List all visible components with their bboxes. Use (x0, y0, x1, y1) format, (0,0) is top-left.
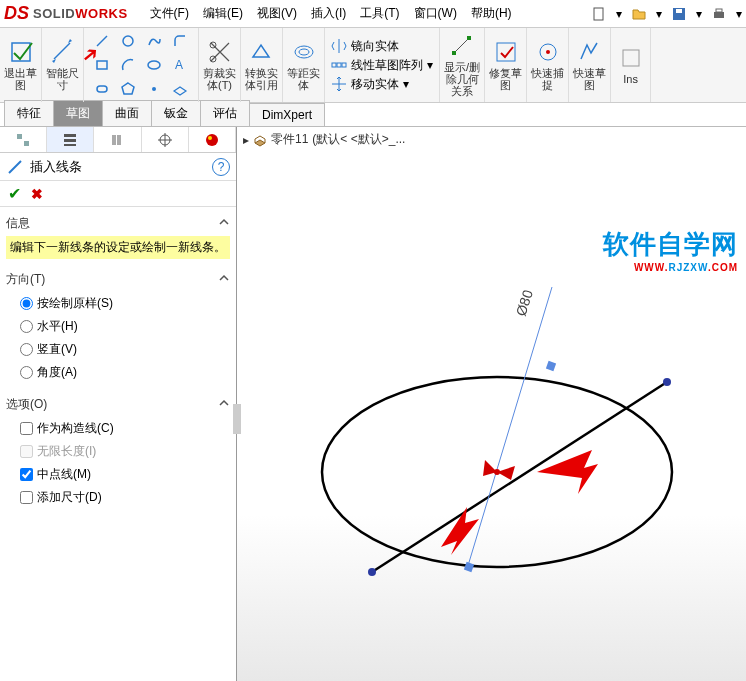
svg-rect-4 (716, 9, 722, 12)
fillet-tool-button[interactable] (168, 30, 192, 52)
tab-sketch[interactable]: 草图 (53, 100, 103, 126)
menu-window[interactable]: 窗口(W) (408, 1, 463, 26)
ellipse-tool-button[interactable] (142, 54, 166, 76)
circle-tool-button[interactable] (116, 30, 140, 52)
line-icon (6, 158, 24, 176)
dropdown-icon[interactable]: ▾ (403, 77, 409, 91)
instant-button[interactable]: Ins (611, 28, 651, 102)
dropdown-icon[interactable]: ▾ (616, 7, 622, 21)
svg-rect-33 (117, 135, 121, 145)
svg-rect-3 (714, 12, 724, 18)
menu-edit[interactable]: 编辑(E) (197, 1, 249, 26)
svg-point-25 (546, 50, 550, 54)
polygon-tool-button[interactable] (116, 78, 140, 100)
ok-button[interactable]: ✔ (8, 184, 21, 203)
radio-vertical[interactable]: 竖直(V) (20, 338, 230, 361)
svg-rect-21 (452, 51, 456, 55)
dropdown-icon[interactable]: ▾ (696, 7, 702, 21)
chevron-up-icon (218, 216, 230, 231)
dim-handle[interactable] (546, 361, 556, 371)
tab-feature[interactable]: 特征 (4, 100, 54, 126)
radio-horizontal[interactable]: 水平(H) (20, 315, 230, 338)
print-button[interactable] (708, 3, 730, 25)
dim-handle[interactable] (464, 562, 474, 572)
display-relations-button[interactable]: 显示/删 除几何 关系 (440, 28, 485, 102)
panel-tab-config[interactable] (94, 127, 141, 152)
help-button[interactable]: ? (212, 158, 230, 176)
svg-marker-12 (122, 83, 134, 94)
plane-tool-button[interactable] (168, 78, 192, 100)
dimension-text[interactable]: Ø80 (513, 288, 536, 318)
svg-line-6 (97, 36, 107, 46)
checkbox-midpoint[interactable]: 中点线(M) (20, 463, 230, 486)
save-button[interactable] (668, 3, 690, 25)
svg-line-39 (9, 161, 21, 173)
radio-as-sketched[interactable]: 按绘制原样(S) (20, 292, 230, 315)
point-tool-button[interactable] (142, 78, 166, 100)
dropdown-icon[interactable]: ▾ (656, 7, 662, 21)
svg-rect-28 (24, 141, 29, 146)
panel-tab-appearance[interactable] (189, 127, 236, 152)
direction-section-header[interactable]: 方向(T) (6, 267, 230, 292)
menu-search-icon[interactable] (520, 1, 532, 26)
linear-pattern-button[interactable]: 线性草图阵列 ▾ (331, 57, 433, 74)
quick-snap-button[interactable]: 快速捕 捉 (527, 28, 569, 102)
tab-dimxpert[interactable]: DimXpert (249, 103, 325, 126)
tab-evaluate[interactable]: 评估 (200, 100, 250, 126)
radio-angle[interactable]: 角度(A) (20, 361, 230, 384)
panel-tab-dimxpert[interactable] (142, 127, 189, 152)
dropdown-icon[interactable]: ▾ (736, 7, 742, 21)
dropdown-icon[interactable]: ▾ (427, 58, 433, 72)
panel-tab-property-manager[interactable] (47, 127, 94, 152)
pattern-group: 镜向实体 线性草图阵列 ▾ 移动实体 ▾ (325, 28, 440, 102)
repair-sketch-button[interactable]: 修复草 图 (485, 28, 527, 102)
offset-entities-button[interactable]: 等距实 体 (283, 28, 325, 102)
line-endpoint[interactable] (663, 378, 671, 386)
menu-view[interactable]: 视图(V) (251, 1, 303, 26)
dimension-line[interactable] (467, 287, 552, 569)
spline-tool-button[interactable] (142, 30, 166, 52)
ok-cancel-bar: ✔ ✖ (0, 181, 236, 207)
svg-rect-23 (497, 43, 515, 61)
text-tool-button[interactable]: A (168, 54, 192, 76)
menu-tools[interactable]: 工具(T) (354, 1, 405, 26)
svg-point-17 (299, 49, 309, 55)
tab-surface[interactable]: 曲面 (102, 100, 152, 126)
line-endpoint[interactable] (368, 568, 376, 576)
menu-file[interactable]: 文件(F) (144, 1, 195, 26)
open-doc-button[interactable] (628, 3, 650, 25)
tab-sheetmetal[interactable]: 钣金 (151, 100, 201, 126)
trim-entities-button[interactable]: 剪裁实 体(T) (199, 28, 241, 102)
menu-help[interactable]: 帮助(H) (465, 1, 518, 26)
mirror-entities-button[interactable]: 镜向实体 (331, 38, 399, 55)
checkbox-infinite: 无限长度(I) (20, 440, 230, 463)
menu-insert[interactable]: 插入(I) (305, 1, 352, 26)
move-entities-button[interactable]: 移动实体 ▾ (331, 76, 409, 93)
svg-rect-20 (342, 63, 346, 67)
rapid-sketch-button[interactable]: 快速草 图 (569, 28, 611, 102)
svg-text:A: A (175, 58, 183, 72)
checkbox-add-dim[interactable]: 添加尺寸(D) (20, 486, 230, 509)
info-section-header[interactable]: 信息 (6, 211, 230, 236)
panel-tab-feature-tree[interactable] (0, 127, 47, 152)
svg-rect-30 (64, 139, 76, 142)
cancel-button[interactable]: ✖ (31, 186, 43, 202)
chevron-up-icon (218, 272, 230, 287)
convert-entities-button[interactable]: 转换实 体引用 (241, 28, 283, 102)
smart-dimension-button[interactable]: 智能尺 寸 (42, 28, 84, 102)
sketch-line[interactable] (372, 382, 667, 572)
new-doc-button[interactable] (588, 3, 610, 25)
graphics-area[interactable]: ▸ 零件11 (默认< <默认>_... 软件自学网 WWW.RJZXW.COM… (237, 127, 746, 681)
svg-rect-0 (594, 8, 603, 20)
arc-tool-button[interactable] (116, 54, 140, 76)
slot-tool-button[interactable] (90, 78, 114, 100)
move-icon (331, 76, 347, 92)
feature-manager-panel: 插入线条 ? ✔ ✖ 信息 编辑下一新线条的设定或绘制一新线条。 方向(T) 按… (0, 127, 237, 681)
sketch-origin[interactable] (494, 469, 500, 475)
annotation-arrow-icon (537, 450, 598, 494)
pattern-icon (331, 57, 347, 73)
svg-rect-18 (332, 63, 336, 67)
checkbox-construction[interactable]: 作为构造线(C) (20, 417, 230, 440)
options-section-header[interactable]: 选项(O) (6, 392, 230, 417)
exit-sketch-button[interactable]: 退出草 图 (0, 28, 42, 102)
